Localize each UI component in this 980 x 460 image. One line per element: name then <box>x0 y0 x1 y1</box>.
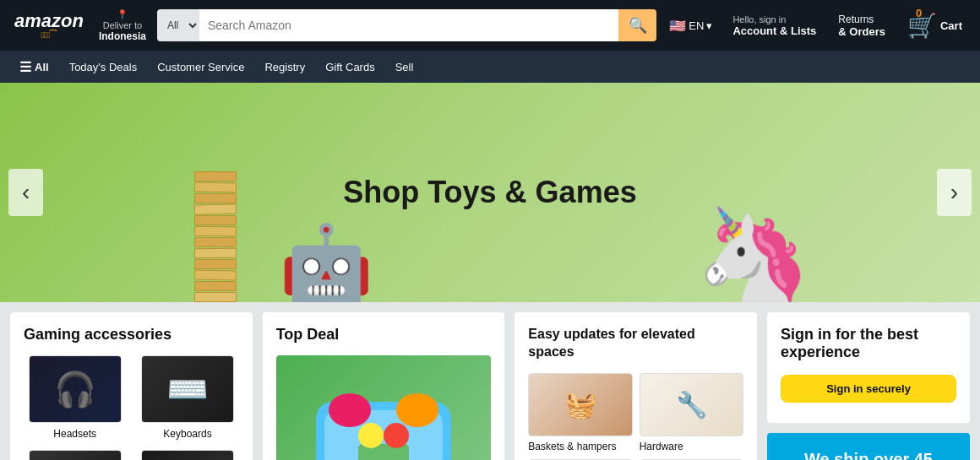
account-label: Account & Lists <box>732 24 816 37</box>
cart-icon: 🛒 0 <box>907 12 937 40</box>
nav-item-gift-cards[interactable]: Gift Cards <box>316 55 384 79</box>
gaming-items-grid: 🎧 Headsets ⌨️ Keyboards 🖱️ Computer mice… <box>24 355 239 460</box>
search-bar: All 🔍 <box>157 9 656 41</box>
returns-button[interactable]: Returns & Orders <box>830 9 893 42</box>
mice-image: 🖱️ <box>29 450 122 460</box>
ship-worldwide-card: We ship over 45 million products around … <box>767 433 970 460</box>
jenga-block <box>194 259 237 269</box>
easy-updates-card: Easy updates for elevated spaces 🧺 Baske… <box>514 312 757 460</box>
chairs-image: 🪑 <box>141 450 234 460</box>
easy-updates-title: Easy updates for elevated spaces <box>528 326 743 361</box>
gaming-item-chairs[interactable]: 🪑 Chairs <box>136 450 238 460</box>
nav-item-today-deals[interactable]: Today's Deals <box>60 55 147 79</box>
baskets-label: Baskets & hampers <box>528 441 632 452</box>
jenga-block <box>194 204 237 215</box>
nav-item-customer-service[interactable]: Customer Service <box>148 55 253 79</box>
nav-bar: ☰ All Today's Deals Customer Service Reg… <box>0 51 980 83</box>
svg-point-5 <box>358 423 384 448</box>
jenga-tower <box>194 171 237 302</box>
nav-item-all[interactable]: ☰ All <box>10 53 58 81</box>
robot-figure: 🤖 <box>279 226 373 302</box>
jenga-block <box>194 248 237 258</box>
top-deal-image[interactable] <box>276 355 492 460</box>
jenga-block <box>194 193 237 203</box>
headsets-label: Headsets <box>53 428 96 440</box>
signin-card: Sign in for the best experience Sign in … <box>767 312 970 423</box>
hero-next-button[interactable]: › <box>937 169 972 216</box>
deliver-to-label: Deliver to <box>103 20 142 30</box>
lang-chevron-icon: ▾ <box>706 19 712 32</box>
gaming-card-title: Gaming accessories <box>24 326 239 344</box>
hero-title: Shop Toys & Games <box>343 175 636 210</box>
ship-text: We ship over 45 million products around … <box>782 448 955 460</box>
baskets-image: 🧺 <box>528 373 632 436</box>
search-button[interactable]: 🔍 <box>618 9 656 41</box>
jenga-block <box>194 215 237 225</box>
headsets-image: 🎧 <box>29 355 122 423</box>
flag-icon: 🇺🇸 <box>669 18 686 34</box>
jenga-block <box>194 237 237 247</box>
chevron-left-icon: ‹ <box>22 179 30 205</box>
cart-count: 0 <box>916 7 922 19</box>
location-name: Indonesia <box>99 30 146 42</box>
hardware-image: 🔧 <box>640 373 743 436</box>
nav-item-registry[interactable]: Registry <box>255 55 314 79</box>
gaming-item-headsets[interactable]: 🎧 Headsets <box>24 355 126 440</box>
amazon-logo[interactable]: amazon ⁀ <box>10 8 88 44</box>
nav-item-sell[interactable]: Sell <box>386 55 423 79</box>
hero-prev-button[interactable]: ‹ <box>8 169 43 216</box>
svg-point-3 <box>396 393 438 427</box>
nav-all-label: All <box>35 61 49 73</box>
hamburger-icon: ☰ <box>19 59 31 75</box>
location-icon: 📍 <box>117 9 128 20</box>
search-input[interactable] <box>199 9 618 41</box>
home-item-hardware[interactable]: 🔧 Hardware <box>640 373 743 452</box>
jenga-block <box>194 270 237 281</box>
search-category-select[interactable]: All <box>157 9 199 41</box>
home-items-grid: 🧺 Baskets & hampers 🔧 Hardware 🪑 Accent … <box>528 373 743 460</box>
cards-section: Gaming accessories 🎧 Headsets ⌨️ Keyboar… <box>0 302 980 460</box>
returns-text: Returns <box>838 14 885 25</box>
nav-registry-label: Registry <box>264 61 305 73</box>
language-label: EN <box>689 19 704 32</box>
nav-sell-label: Sell <box>395 61 414 73</box>
jenga-block <box>194 292 237 302</box>
logo-text: amazon <box>14 12 84 30</box>
top-deal-card: Top Deal Up to 41% off Top deal Outdoor … <box>263 312 505 460</box>
jenga-block <box>194 182 237 193</box>
unicorn-figure: 🦄 <box>695 209 811 302</box>
top-deal-svg <box>308 368 460 460</box>
header: amazon ⁀ 📍 Deliver to Indonesia All 🔍… <box>0 0 980 51</box>
cart-button[interactable]: 🛒 0 Cart <box>900 8 970 44</box>
jenga-block <box>194 281 237 291</box>
hardware-label: Hardware <box>640 441 743 452</box>
svg-point-6 <box>384 423 409 448</box>
keyboards-label: Keyboards <box>163 428 211 440</box>
search-icon: 🔍 <box>629 16 647 35</box>
hero-background: 🤖 Shop Toys & Games 🦄 <box>0 83 980 302</box>
orders-text: & Orders <box>838 25 885 38</box>
svg-point-2 <box>329 393 371 427</box>
nav-today-deals-label: Today's Deals <box>69 61 138 73</box>
top-deal-title: Top Deal <box>276 326 492 344</box>
jenga-block <box>194 226 237 236</box>
signin-button[interactable]: Sign in securely <box>781 375 956 403</box>
home-item-baskets[interactable]: 🧺 Baskets & hampers <box>528 373 632 452</box>
hero-banner: 🤖 Shop Toys & Games 🦄 ‹ › <box>0 83 980 302</box>
hello-text: Hello, sign in <box>732 14 816 24</box>
logo-smile: ⁀ <box>41 30 57 40</box>
signin-title: Sign in for the best experience <box>781 326 956 361</box>
keyboards-image: ⌨️ <box>141 355 234 423</box>
nav-gift-cards-label: Gift Cards <box>325 61 375 73</box>
jenga-block <box>194 171 237 181</box>
language-selector[interactable]: 🇺🇸 EN ▾ <box>663 14 718 38</box>
gaming-accessories-card: Gaming accessories 🎧 Headsets ⌨️ Keyboar… <box>10 312 253 460</box>
cart-label: Cart <box>940 19 962 32</box>
nav-customer-service-label: Customer Service <box>157 61 244 73</box>
deliver-location[interactable]: 📍 Deliver to Indonesia <box>95 5 150 46</box>
gaming-item-mice[interactable]: 🖱️ Computer mice <box>24 450 126 460</box>
gaming-item-keyboards[interactable]: ⌨️ Keyboards <box>136 355 238 440</box>
chevron-right-icon: › <box>950 179 958 205</box>
right-column: Sign in for the best experience Sign in … <box>767 312 970 460</box>
account-button[interactable]: Hello, sign in Account & Lists <box>725 10 824 41</box>
